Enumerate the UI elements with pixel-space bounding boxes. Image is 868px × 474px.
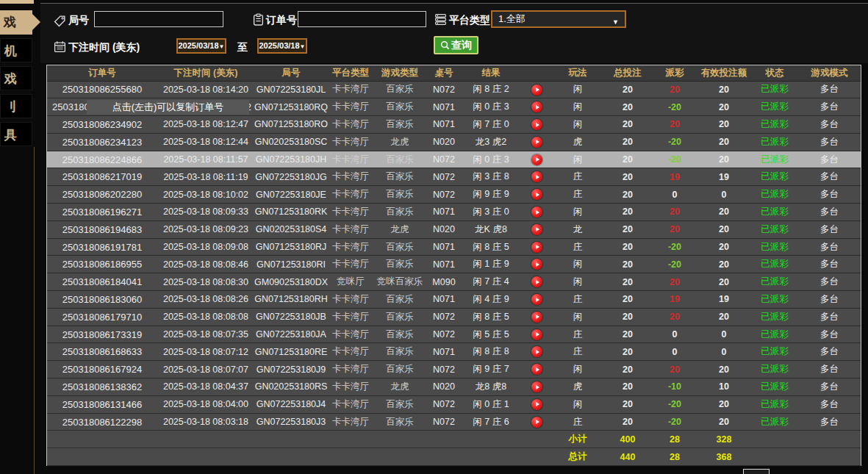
table-row[interactable]: 2503180862341232025-03-18 08:12:44GN0202… — [47, 133, 861, 151]
cell-valid: 20 — [697, 308, 751, 326]
sidebar-tab-3[interactable]: 刂 — [0, 94, 32, 118]
table-row[interactable]: 2503180861946832025-03-18 08:09:23GN0202… — [47, 220, 861, 238]
cell-bet: 20 — [603, 81, 653, 98]
cell-payout: -20 — [653, 151, 697, 168]
cell-table_no: N071 — [426, 116, 462, 134]
play-replay-icon[interactable] — [531, 224, 542, 235]
table-row[interactable]: 2503180861222982025-03-18 08:03:18GN0722… — [47, 413, 861, 431]
cell-time: 2025-03-18 08:08:30 — [157, 273, 254, 291]
cell-payout: -20 — [653, 98, 697, 116]
table-row[interactable]: 2503180862022802025-03-18 08:10:02GN0722… — [47, 186, 861, 204]
table-row[interactable]: 2503180861840412025-03-18 08:08:30GM0902… — [47, 273, 861, 291]
sidebar-tab-2[interactable]: 戏 — [0, 66, 32, 90]
play-replay-icon[interactable] — [531, 364, 542, 375]
table-row[interactable]: 2503180861733192025-03-18 08:07:35GN0722… — [47, 326, 861, 343]
cell-replay — [520, 81, 553, 98]
table-row[interactable]: 2503180861383622025-03-18 08:04:37GN0202… — [47, 378, 861, 396]
cell-round: GN071253180RJ — [254, 238, 328, 256]
play-replay-icon[interactable] — [531, 259, 542, 270]
play-replay-icon[interactable] — [531, 154, 542, 165]
cell-time: 2025-03-18 08:10:02 — [157, 186, 254, 204]
cell-round: GN072253180J4 — [254, 395, 328, 413]
cell-bet: 20 — [603, 151, 653, 168]
cell-bet: 20 — [603, 204, 653, 221]
cell-table_no: N072 — [426, 413, 462, 431]
cell-time: 2025-03-18 08:09:33 — [157, 204, 254, 221]
cell-valid: 0 — [697, 186, 751, 204]
platform-type-value: 1.全部 — [498, 13, 526, 24]
table-row[interactable]: 2503180861869552025-03-18 08:08:46GN0712… — [47, 256, 861, 273]
cell-play: 虎 — [553, 378, 603, 396]
platform-type-label: 平台类型 — [449, 12, 490, 28]
cell-time: 2025-03-18 08:08:46 — [157, 256, 254, 273]
column-header: 桌号 — [426, 65, 462, 81]
play-replay-icon[interactable] — [531, 207, 542, 218]
play-replay-icon[interactable] — [531, 101, 542, 112]
sidebar-tab-label: 机 — [0, 39, 17, 63]
table-row[interactable]: 2503180861797102025-03-18 08:08:08GN0722… — [47, 308, 861, 326]
table-row[interactable]: 2503180861679242025-03-18 08:07:07GN0722… — [47, 361, 861, 378]
play-replay-icon[interactable] — [531, 137, 542, 148]
cell-valid: 20 — [697, 98, 751, 116]
platform-type-select[interactable]: 1.全部 ▼ — [491, 10, 626, 28]
column-header: 游戏类型 — [373, 65, 426, 81]
cell-result: 闲 7 庄 0 — [462, 116, 520, 134]
cell-order: 250318086234123 — [47, 133, 157, 151]
table-row[interactable]: 2503180861830602025-03-18 08:08:26GN0712… — [47, 291, 861, 309]
pagination-box-partial[interactable] — [743, 469, 770, 474]
total-cell: 28 — [653, 431, 697, 448]
sidebar-tab-label: 戏 — [0, 10, 16, 35]
table-row[interactable]: 2503180861962712025-03-18 08:09:33GN0712… — [47, 204, 861, 221]
cell-result: 闲 7 庄 4 — [462, 273, 520, 291]
play-replay-icon[interactable] — [531, 119, 542, 130]
column-header: 玩法 — [553, 65, 603, 81]
play-replay-icon[interactable] — [531, 399, 542, 410]
total-cell — [373, 431, 426, 448]
table-row[interactable]: 2503180862170192025-03-18 08:11:19GN0722… — [47, 168, 861, 186]
search-button[interactable]: 查询 — [434, 36, 478, 54]
play-replay-icon[interactable] — [531, 189, 542, 200]
table-row[interactable]: 2503180862556802025-03-18 08:14:20GN0722… — [47, 81, 861, 98]
table-row[interactable]: 2503180861686332025-03-18 08:07:12GN0712… — [47, 343, 861, 361]
order-no-input[interactable] — [298, 11, 426, 27]
cell-replay — [520, 343, 553, 361]
play-replay-icon[interactable] — [531, 242, 542, 253]
cell-play: 闲 — [553, 116, 603, 134]
cell-replay — [520, 413, 553, 431]
cell-status: 已派彩 — [751, 220, 798, 238]
cell-play: 闲 — [553, 151, 603, 168]
cell-time: 2025-03-18 08:07:35 — [157, 326, 254, 343]
play-replay-icon[interactable] — [531, 312, 542, 323]
total-cell — [462, 448, 520, 466]
cell-play: 庄 — [553, 343, 603, 361]
cell-order: 250318086179710 — [47, 308, 157, 326]
round-no-input[interactable] — [94, 11, 223, 27]
play-replay-icon[interactable] — [531, 417, 542, 428]
total-cell — [426, 431, 462, 448]
sidebar-tab-4[interactable]: 具 — [0, 122, 32, 146]
cell-table_no: N072 — [426, 168, 462, 186]
cell-result: 闲 3 庄 0 — [462, 204, 520, 221]
cell-mode: 多台 — [798, 343, 861, 361]
cell-platform: 卡卡湾厅 — [328, 168, 373, 186]
play-replay-icon[interactable] — [531, 294, 542, 305]
play-replay-icon[interactable] — [531, 171, 542, 182]
play-replay-icon[interactable] — [531, 346, 542, 357]
table-row[interactable]: 2503180861917812025-03-18 08:09:08GN0712… — [47, 238, 861, 256]
sidebar-tab-0[interactable]: 戏 — [0, 10, 32, 35]
cell-round: GN020253180RS — [254, 378, 328, 396]
play-replay-icon[interactable] — [531, 381, 542, 392]
date-to-picker[interactable]: 2025/03/18▼ — [257, 38, 307, 54]
play-replay-icon[interactable] — [531, 329, 542, 340]
cell-table_no: N071 — [426, 204, 462, 221]
cell-result: 闲 5 庄 5 — [462, 326, 520, 343]
table-row[interactable]: 2503180861314662025-03-18 08:04:00GN0722… — [47, 395, 861, 413]
table-row[interactable]: 2503180862349022025-03-18 08:12:47GN0712… — [47, 116, 861, 134]
play-replay-icon[interactable] — [531, 276, 542, 287]
play-replay-icon[interactable] — [531, 85, 542, 96]
cell-bet: 20 — [603, 343, 653, 361]
sidebar-tab-1[interactable]: 机 — [0, 38, 32, 62]
table-row[interactable]: 2503180862248662025-03-18 08:11:57GN0722… — [47, 151, 861, 168]
date-from-picker[interactable]: 2025/03/18▼ — [176, 38, 226, 54]
cell-game_type: 百家乐 — [373, 361, 426, 378]
